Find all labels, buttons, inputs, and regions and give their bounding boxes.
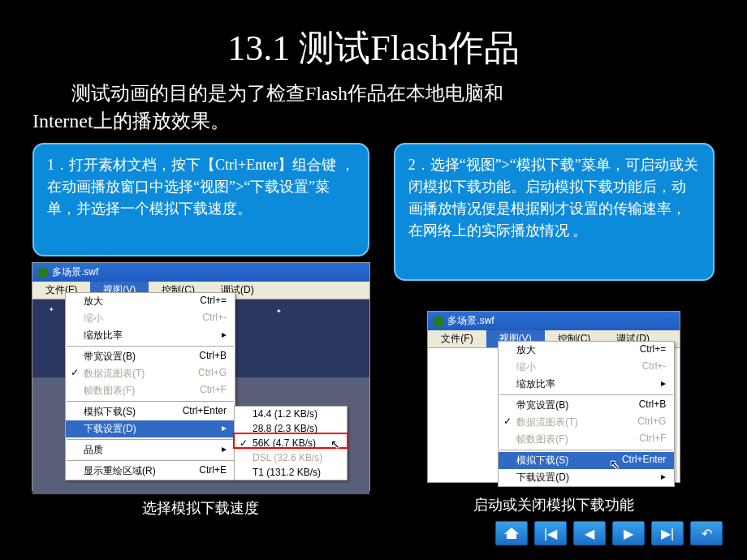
swf-titlebar-right: 多场景.swf <box>428 312 680 330</box>
slide-title: 13.1 测试Flash作品 <box>0 0 747 80</box>
callout-step1: 1．打开素材文档，按下【Ctrl+Enter】组合键 ，在动画播放窗口中选择“视… <box>32 143 369 256</box>
view-dropdown-left: 放大Ctrl+= 缩小Ctrl+- 缩放比率 带宽设置(B)Ctrl+B 数据流… <box>65 292 235 480</box>
svg-marker-0 <box>504 528 519 539</box>
download-speed-submenu: 14.4 (1.2 KB/s) 28.8 (2.3 KB/s) 56K (4.7… <box>234 406 348 480</box>
menu-zoom-in-r[interactable]: 放大Ctrl+= <box>499 342 674 359</box>
swf-title-right: 多场景.swf <box>447 314 494 328</box>
speed-dsl[interactable]: DSL (32.6 KB/s) <box>235 450 347 465</box>
menu-quality[interactable]: 品质 <box>66 442 235 459</box>
nav-last-button[interactable]: ▶| <box>651 521 684 545</box>
swf-titlebar: 多场景.swf <box>32 263 369 282</box>
mouse-cursor-icon: ↖ <box>330 437 340 450</box>
mouse-cursor-icon-r: ↖ <box>610 458 620 471</box>
menu-stream-graph: 数据流图表(T)Ctrl+G <box>66 365 235 382</box>
menu-zoom-out: 缩小Ctrl+- <box>66 310 235 327</box>
menu-simulate-download[interactable]: 模拟下载(S)Ctrl+Enter <box>66 403 235 420</box>
swf-title: 多场景.swf <box>52 265 98 279</box>
menu-scale-r[interactable]: 缩放比率 <box>499 376 674 393</box>
screenshot-left: 多场景.swf 文件(F) 视图(V) 控制(C) 调试(D) ✦ ✦ ✦ 放大… <box>32 263 369 490</box>
menu-frame-graph-r: 帧数图表(F)Ctrl+F <box>499 431 674 448</box>
menu-bandwidth[interactable]: 带宽设置(B)Ctrl+B <box>66 348 235 365</box>
nav-home-button[interactable] <box>495 521 528 545</box>
menu-download-settings-r[interactable]: 下载设置(D) <box>499 469 674 486</box>
speed-28-8[interactable]: 28.8 (2.3 KB/s) <box>235 421 347 436</box>
menu-download-settings[interactable]: 下载设置(D) <box>66 420 235 437</box>
menu-frame-graph: 帧数图表(F)Ctrl+F <box>66 382 235 399</box>
nav-first-button[interactable]: |◀ <box>534 521 567 545</box>
speed-14-4[interactable]: 14.4 (1.2 KB/s) <box>235 407 347 421</box>
nav-return-button[interactable]: ↶ <box>690 521 723 545</box>
intro-line1: 测试动画的目的是为了检查Flash作品在本地电脑和 <box>32 83 503 104</box>
menu-scale[interactable]: 缩放比率 <box>66 327 235 344</box>
intro-text: 测试动画的目的是为了检查Flash作品在本地电脑和 Internet上的播放效果… <box>0 80 747 143</box>
flash-icon <box>433 316 444 327</box>
caption-left: 选择模拟下载速度 <box>32 498 369 518</box>
nav-next-button[interactable]: ▶ <box>612 521 645 545</box>
speed-t1[interactable]: T1 (131.2 KB/s) <box>235 465 347 480</box>
menu-file-r[interactable]: 文件(F) <box>428 330 486 347</box>
nav-buttons: |◀ ◀ ▶ ▶| ↶ <box>495 521 723 545</box>
menu-redraw[interactable]: 显示重绘区域(R)Ctrl+E <box>66 463 235 480</box>
callout-step2: 2．选择“视图”>“模拟下载”菜单，可启动或关闭模拟下载功能。启动模拟下载功能后… <box>394 143 715 281</box>
menu-stream-graph-r: 数据流图表(T)Ctrl+G <box>499 414 674 431</box>
flash-icon <box>37 267 49 278</box>
caption-right: 启动或关闭模拟下载功能 <box>394 495 715 515</box>
menu-bandwidth-r[interactable]: 带宽设置(B)Ctrl+B <box>499 397 674 414</box>
menu-zoom-out-r: 缩小Ctrl+- <box>499 359 674 376</box>
screenshot-right: 多场景.swf 文件(F) 视图(V) 控制(C) 调试(D) 放大Ctrl+=… <box>428 312 680 482</box>
intro-line2: Internet上的播放效果。 <box>32 110 230 131</box>
view-dropdown-right: 放大Ctrl+= 缩小Ctrl+- 缩放比率 带宽设置(B)Ctrl+B 数据流… <box>498 341 675 487</box>
nav-prev-button[interactable]: ◀ <box>573 521 606 545</box>
menu-zoom-in[interactable]: 放大Ctrl+= <box>66 293 235 310</box>
menu-simulate-download-r[interactable]: 模拟下载(S)Ctrl+Enter <box>499 452 674 469</box>
